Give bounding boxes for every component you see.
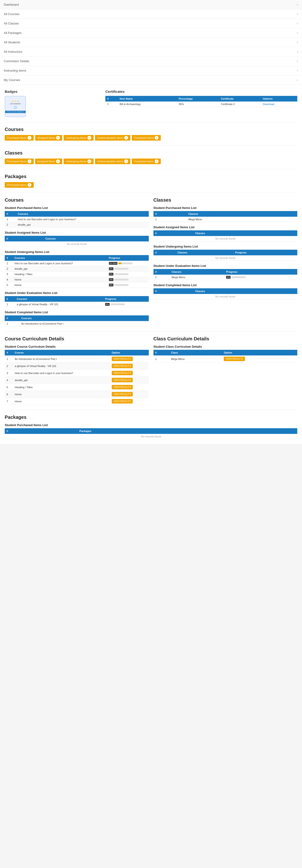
filter-tab[interactable]: Completed Items6 xyxy=(132,158,161,164)
classes-assigned-empty: No records found xyxy=(154,236,298,242)
badges-title: Badges xyxy=(5,90,101,94)
sidebar-label-all-instructors: All Instructors xyxy=(4,50,22,54)
table-row: 5Heading / TitlesVIEW RESULTS xyxy=(5,384,149,391)
divider-3 xyxy=(5,169,297,169)
view-results-button[interactable]: VIEW RESULTS xyxy=(112,378,133,382)
table-row: 7HomeVIEW RESULTS xyxy=(5,398,149,405)
certs-block: Certificates # Item Name Percentage Cert… xyxy=(105,90,297,117)
sidebar-item-instructing[interactable]: Instructing Items ∨ xyxy=(0,66,302,75)
filter-label: Purchased Items xyxy=(7,136,27,139)
table-row: 6HomeVIEW RESULTS xyxy=(5,391,149,398)
class-curriculum-table: #ClassOption 1Mega MenuVIEW RESULTS xyxy=(154,350,298,363)
filter-tab[interactable]: Assigned Items0 xyxy=(35,158,62,164)
sidebar-item-dashboard[interactable]: Dashboard ∨ xyxy=(0,0,302,9)
view-results-button[interactable]: VIEW RESULTS xyxy=(224,356,245,361)
sidebar-item-my-courses[interactable]: My Courses ∧ xyxy=(0,75,302,85)
filter-tab[interactable]: Assigned Items0 xyxy=(35,135,62,141)
certs-table: # Item Name Percentage Certificate Optio… xyxy=(105,96,297,107)
filter-tab[interactable]: Undergoing Items5 xyxy=(64,135,93,141)
courses-underevaluation-table: #CoursesProgress 1a glimpse of Virtual R… xyxy=(5,296,149,307)
divider-1 xyxy=(5,122,297,122)
table-row: 1An Introduction to eCommerce Part IVIEW… xyxy=(5,355,149,363)
filter-tab[interactable]: Purchased Items1 xyxy=(5,158,34,164)
sidebar-label-all-classes: All Classes xyxy=(4,22,19,25)
classes-underevaluation-title: Student Under Evaluation Items List xyxy=(154,264,298,268)
certs-col-options: Options xyxy=(261,96,297,101)
filter-count: 1 xyxy=(124,159,128,163)
courses-assigned-empty: No records found xyxy=(5,242,149,247)
courses-undergoing-title: Student Undergoing Items List xyxy=(5,250,149,254)
sidebar-label-my-courses: My Courses xyxy=(4,78,20,82)
packages-purchased-title: Student Purchased Items List xyxy=(5,423,297,427)
badge-stars: ★ ✦ ★ xyxy=(11,100,19,102)
table-row: 5Home0% xyxy=(5,282,149,288)
courses-undergoing-table: #CoursesProgress 1Intro to use Barcodes … xyxy=(5,255,149,288)
view-results-button[interactable]: VIEW RESULTS xyxy=(112,356,133,361)
view-results-button[interactable]: VIEW RESULTS xyxy=(112,385,133,390)
view-results-button[interactable]: VIEW RESULTS xyxy=(112,392,133,397)
sidebar-item-all-classes[interactable]: All Classes ∨ xyxy=(0,19,302,28)
table-row: 1BA in Archaeology95%Certificate 2Downlo… xyxy=(105,101,297,107)
certs-col-cert: Certificate xyxy=(219,96,261,101)
view-results-button[interactable]: VIEW RESULTS xyxy=(112,364,133,368)
table-row: 3Heading / Titles0% xyxy=(5,272,149,277)
view-results-button[interactable]: VIEW RESULTS xyxy=(112,371,133,375)
sidebar-item-all-students[interactable]: All Students ∨ xyxy=(0,38,302,47)
chevron-down-icon: ∨ xyxy=(297,41,298,43)
curriculum-two-col: Course Curriculum Details Student Course… xyxy=(5,336,297,405)
sidebar-nav: Dashboard ∨ All Courses ∨ All Classes ∨ … xyxy=(0,0,302,85)
classes-assigned-table: #Classes No records found xyxy=(154,230,298,242)
classes-lists-col: Classes Student Purchased Items List #Cl… xyxy=(154,197,298,327)
view-results-button[interactable]: VIEW RESULTS xyxy=(112,399,133,403)
table-row: 1Mega Menu0% xyxy=(154,275,298,280)
sidebar-label-all-courses: All Courses xyxy=(4,12,19,16)
certs-col-num: # xyxy=(105,96,118,101)
filter-tab[interactable]: Underevaluation Items1 xyxy=(95,135,130,141)
filter-count: 1 xyxy=(28,159,31,163)
sidebar-item-all-courses[interactable]: All Courses ∨ xyxy=(0,9,302,19)
filter-label: Undergoing Items xyxy=(66,136,86,139)
classes-section-title: Classes xyxy=(5,150,297,156)
table-row: 2a glimpse of Virtual Reality - VR 101VI… xyxy=(5,363,149,370)
classes-underevaluation-table: #ClassesProgress 1Mega Menu0% xyxy=(154,269,298,280)
table-row: 1a glimpse of Virtual Reality - VR 1010% xyxy=(5,302,149,307)
classes-completed-empty: No records found xyxy=(154,294,298,299)
table-row: 3How to use Barcodes and Logos in your b… xyxy=(5,370,149,377)
filter-label: Purchased Items xyxy=(7,160,27,163)
filter-label: Assigned Items xyxy=(37,160,55,163)
filter-label: Underevaluation Items xyxy=(98,160,123,163)
filter-label: Completed Items xyxy=(134,160,154,163)
classes-undergoing-empty: No records found xyxy=(154,255,298,261)
class-curriculum-title: Class Curriculum Details xyxy=(154,336,298,342)
certs-title: Certificates xyxy=(105,90,297,94)
classes-purchased-title: Student Purchased Items List xyxy=(154,206,298,210)
courses-completed-title: Student Completed Items List xyxy=(5,310,149,314)
classes-purchased-table: #Classes 1Mega Menu xyxy=(154,211,298,222)
filter-count: 4 xyxy=(28,183,31,187)
filter-count: 7 xyxy=(28,136,31,140)
chevron-down-icon: ∨ xyxy=(297,69,298,72)
classes-filter-row: Purchased Items1Assigned Items0Undergoin… xyxy=(5,158,297,164)
main-content: Badges ★ ✦ ★ LMS AWARDS ⬡ PRIVILEGED MEM… xyxy=(0,85,302,444)
class-curriculum-col: Class Curriculum Details Student Class C… xyxy=(154,336,298,405)
sidebar-label-commission: Commision Details xyxy=(4,59,29,63)
badge-label: LMS AWARDS xyxy=(10,103,21,104)
filter-label: Undergoing Items xyxy=(66,160,86,163)
cert-option[interactable]: Download xyxy=(261,101,297,107)
sidebar-item-all-packages[interactable]: All Packages ∨ xyxy=(0,28,302,38)
filter-count: 5 xyxy=(87,136,91,140)
filter-tab[interactable]: Completed Items1 xyxy=(132,135,161,141)
sidebar-item-all-instructors[interactable]: All Instructors ∨ xyxy=(0,47,302,57)
courses-filter-section: Courses Purchased Items7Assigned Items0U… xyxy=(5,127,297,141)
packages-lists-section: Packages Student Purchased Items List #P… xyxy=(5,414,297,439)
table-row: 1Mega MenuVIEW RESULTS xyxy=(154,355,298,363)
sidebar-item-commission[interactable]: Commision Details ∨ xyxy=(0,57,302,66)
filter-tab[interactable]: Underevaluation Items1 xyxy=(95,158,130,164)
divider-2 xyxy=(5,145,297,146)
table-row: 1An Introduction to eCommerce Part I xyxy=(5,321,149,327)
classes-undergoing-title: Student Undergoing Items List xyxy=(154,245,298,248)
filter-tab[interactable]: Undergoing Items12 xyxy=(64,158,93,164)
classes-completed-title: Student Completed Items List xyxy=(154,283,298,287)
filter-tab[interactable]: Purchased Items4 xyxy=(5,182,34,188)
filter-tab[interactable]: Purchased Items7 xyxy=(5,135,34,141)
